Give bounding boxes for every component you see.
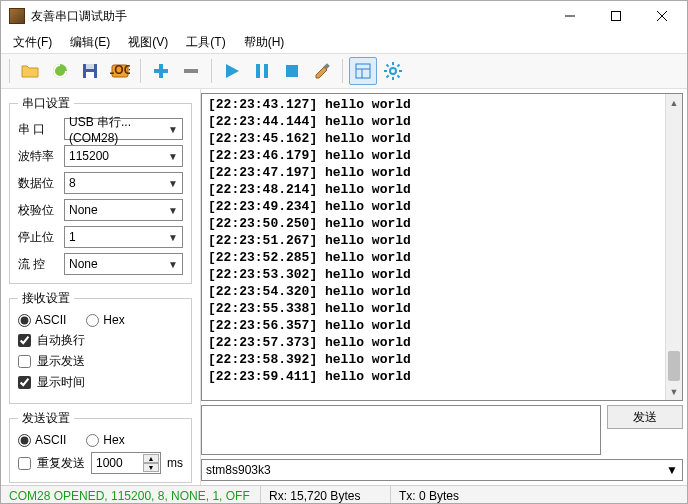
send-hex-radio[interactable]: Hex	[86, 433, 124, 447]
chevron-down-icon: ▼	[666, 463, 678, 477]
interval-unit: ms	[167, 456, 183, 470]
repeat-send-checkbox[interactable]: 重复发送	[18, 455, 85, 472]
chevron-down-icon: ▼	[168, 124, 178, 135]
svg-point-21	[390, 68, 396, 74]
menu-bar: 文件(F) 编辑(E) 视图(V) 工具(T) 帮助(H)	[1, 31, 687, 53]
toolbar: LOG	[1, 53, 687, 89]
recv-ascii-radio[interactable]: ASCII	[18, 313, 66, 327]
menu-tools[interactable]: 工具(T)	[178, 32, 233, 53]
output-scrollbar[interactable]: ▲ ▼	[665, 94, 682, 400]
send-settings-group: 发送设置 ASCII Hex 重复发送 1000▲▼ ms	[9, 410, 192, 483]
flow-select[interactable]: None▼	[64, 253, 183, 275]
svg-line-26	[387, 65, 389, 67]
save-button[interactable]	[76, 57, 104, 85]
chevron-down-icon: ▼	[168, 259, 178, 270]
play-button[interactable]	[218, 57, 246, 85]
send-input[interactable]	[201, 405, 601, 455]
main-area: [22:23:43.127] hello world [22:23:44.144…	[201, 89, 687, 485]
window-title: 友善串口调试助手	[31, 8, 547, 25]
log-button[interactable]: LOG	[106, 57, 134, 85]
pause-button[interactable]	[248, 57, 276, 85]
title-bar: 友善串口调试助手	[1, 1, 687, 31]
layout-button[interactable]	[349, 57, 377, 85]
svg-line-27	[397, 75, 399, 77]
serial-settings-group: 串口设置 串 口USB 串行...(COM28)▼ 波特率115200▼ 数据位…	[9, 95, 192, 284]
svg-line-29	[397, 65, 399, 67]
spin-down-icon[interactable]: ▼	[143, 463, 159, 472]
svg-text:LOG: LOG	[110, 63, 130, 77]
refresh-button[interactable]	[46, 57, 74, 85]
menu-file[interactable]: 文件(F)	[5, 32, 60, 53]
showtime-checkbox[interactable]: 显示时间	[18, 374, 183, 391]
send-ascii-radio[interactable]: ASCII	[18, 433, 66, 447]
status-connection: COM28 OPENED, 115200, 8, NONE, 1, OFF	[1, 486, 261, 504]
autowrap-checkbox[interactable]: 自动换行	[18, 332, 183, 349]
svg-rect-7	[86, 72, 94, 78]
chevron-down-icon: ▼	[168, 151, 178, 162]
app-icon	[9, 8, 25, 24]
svg-rect-1	[612, 12, 621, 21]
status-bar: COM28 OPENED, 115200, 8, NONE, 1, OFF Rx…	[1, 485, 687, 504]
svg-marker-13	[226, 64, 239, 78]
databits-select[interactable]: 8▼	[64, 172, 183, 194]
svg-rect-14	[256, 64, 260, 78]
port-label: 串 口	[18, 121, 58, 138]
status-tx: Tx: 0 Bytes	[391, 486, 687, 504]
port-select[interactable]: USB 串行...(COM28)▼	[64, 118, 183, 140]
recv-settings-group: 接收设置 ASCII Hex 自动换行 显示发送 显示时间	[9, 290, 192, 404]
repeat-interval-input[interactable]: 1000▲▼	[91, 452, 161, 474]
baud-select[interactable]: 115200▼	[64, 145, 183, 167]
scroll-thumb[interactable]	[668, 351, 680, 381]
receive-output[interactable]: [22:23:43.127] hello world [22:23:44.144…	[202, 94, 665, 400]
parity-label: 校验位	[18, 202, 58, 219]
svg-rect-15	[264, 64, 268, 78]
svg-rect-6	[86, 64, 94, 69]
chevron-down-icon: ▼	[168, 178, 178, 189]
showsend-checkbox[interactable]: 显示发送	[18, 353, 183, 370]
menu-view[interactable]: 视图(V)	[120, 32, 176, 53]
stop-button[interactable]	[278, 57, 306, 85]
stopbits-label: 停止位	[18, 229, 58, 246]
maximize-button[interactable]	[593, 1, 639, 31]
spin-up-icon[interactable]: ▲	[143, 454, 159, 463]
recv-settings-legend: 接收设置	[18, 290, 74, 307]
menu-help[interactable]: 帮助(H)	[236, 32, 293, 53]
close-button[interactable]	[639, 1, 685, 31]
baud-label: 波特率	[18, 148, 58, 165]
add-button[interactable]	[147, 57, 175, 85]
scroll-up-icon[interactable]: ▲	[666, 94, 682, 111]
svg-line-28	[387, 75, 389, 77]
settings-button[interactable]	[379, 57, 407, 85]
svg-rect-18	[356, 64, 370, 78]
databits-label: 数据位	[18, 175, 58, 192]
svg-rect-16	[286, 65, 298, 77]
chevron-down-icon: ▼	[168, 232, 178, 243]
recv-hex-radio[interactable]: Hex	[86, 313, 124, 327]
stopbits-select[interactable]: 1▼	[64, 226, 183, 248]
remove-button[interactable]	[177, 57, 205, 85]
status-rx: Rx: 15,720 Bytes	[261, 486, 391, 504]
clear-button[interactable]	[308, 57, 336, 85]
target-select[interactable]: stm8s903k3▼	[201, 459, 683, 481]
minimize-button[interactable]	[547, 1, 593, 31]
chevron-down-icon: ▼	[168, 205, 178, 216]
parity-select[interactable]: None▼	[64, 199, 183, 221]
send-button[interactable]: 发送	[607, 405, 683, 429]
flow-label: 流 控	[18, 256, 58, 273]
send-settings-legend: 发送设置	[18, 410, 74, 427]
open-folder-button[interactable]	[16, 57, 44, 85]
menu-edit[interactable]: 编辑(E)	[62, 32, 118, 53]
serial-settings-legend: 串口设置	[18, 95, 74, 112]
scroll-down-icon[interactable]: ▼	[666, 383, 682, 400]
sidebar: 串口设置 串 口USB 串行...(COM28)▼ 波特率115200▼ 数据位…	[1, 89, 201, 485]
